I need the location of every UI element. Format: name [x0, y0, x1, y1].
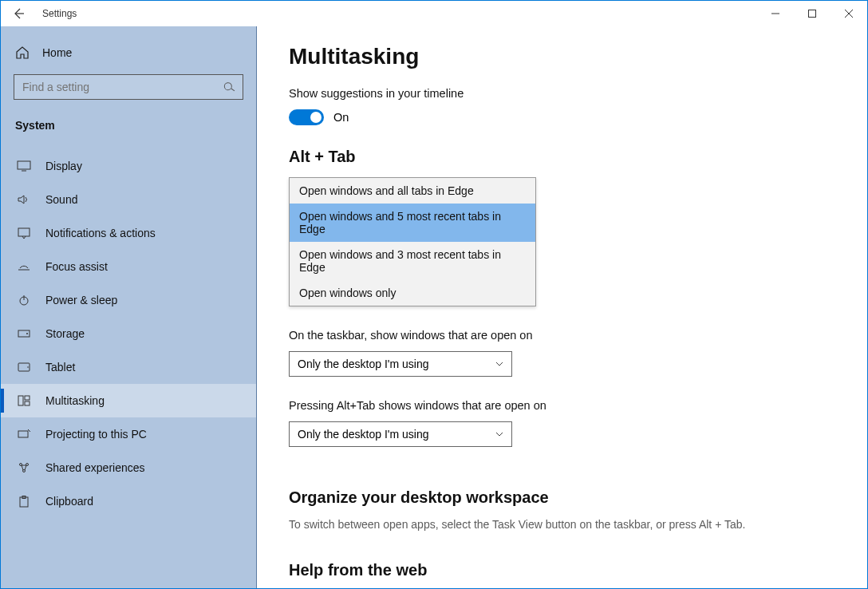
sidebar-item-multitasking[interactable]: Multitasking	[1, 384, 256, 417]
sidebar-item-focus-assist[interactable]: Focus assist	[1, 250, 256, 283]
main-panel: Multitasking Show suggestions in your ti…	[256, 26, 867, 588]
spacer	[289, 547, 835, 558]
maximize-button[interactable]	[794, 1, 831, 26]
alttab-windows-label: Pressing Alt+Tab shows windows that are …	[289, 399, 835, 412]
titlebar-left: Settings	[1, 7, 757, 20]
sidebar-item-label: Shared experiences	[45, 461, 145, 474]
sidebar-item-label: Projecting to this PC	[45, 428, 147, 441]
timeline-suggestions-label: Show suggestions in your timeline	[289, 87, 835, 100]
svg-rect-6	[18, 161, 30, 169]
projecting-icon	[17, 427, 31, 441]
search-input[interactable]	[22, 81, 223, 93]
select-value: Only the desktop I'm using	[298, 428, 429, 441]
sidebar-item-clipboard[interactable]: Clipboard	[1, 484, 256, 518]
home-icon	[15, 45, 30, 60]
sidebar-item-storage[interactable]: Storage	[1, 317, 256, 350]
window-title: Settings	[42, 8, 77, 19]
sidebar-item-tablet[interactable]: Tablet	[1, 350, 256, 384]
svg-rect-8	[18, 228, 30, 236]
alttab-windows-select[interactable]: Only the desktop I'm using	[289, 421, 512, 447]
category-label: System	[1, 114, 256, 149]
organize-description: To switch between open apps, select the …	[289, 518, 835, 531]
svg-point-13	[26, 333, 28, 334]
svg-line-5	[231, 88, 235, 91]
sidebar-item-label: Focus assist	[45, 260, 108, 273]
focus-assist-icon	[17, 259, 31, 274]
search-box[interactable]	[14, 74, 243, 100]
notifications-icon	[17, 226, 31, 240]
alt-tab-option[interactable]: Open windows and 3 most recent tabs in E…	[290, 242, 535, 280]
sidebar-item-display[interactable]: Display	[1, 149, 256, 183]
back-icon[interactable]	[12, 7, 25, 20]
taskbar-windows-select[interactable]: Only the desktop I'm using	[289, 351, 512, 377]
sidebar-item-power-sleep[interactable]: Power & sleep	[1, 283, 256, 317]
alt-tab-option[interactable]: Open windows only	[290, 280, 535, 306]
shared-experiences-icon	[17, 461, 31, 475]
sidebar-item-label: Notifications & actions	[45, 227, 156, 239]
chevron-down-icon	[495, 362, 503, 366]
select-value: Only the desktop I'm using	[298, 358, 429, 370]
minimize-button[interactable]	[757, 1, 794, 26]
alt-tab-heading: Alt + Tab	[289, 148, 835, 166]
alt-tab-option[interactable]: Open windows and all tabs in Edge	[290, 178, 535, 204]
clipboard-icon	[17, 494, 31, 508]
alt-tab-option-selected[interactable]: Open windows and 5 most recent tabs in E…	[290, 204, 535, 242]
sidebar-item-shared-experiences[interactable]: Shared experiences	[1, 451, 256, 484]
multitasking-icon	[17, 393, 31, 408]
svg-rect-1	[809, 10, 816, 18]
organize-heading: Organize your desktop workspace	[289, 488, 835, 507]
spacer	[289, 469, 835, 485]
sound-icon	[17, 192, 31, 207]
page-title: Multitasking	[289, 44, 835, 69]
sidebar-item-label: Tablet	[45, 361, 75, 374]
chevron-down-icon	[495, 432, 503, 437]
sidebar-item-label: Storage	[45, 327, 85, 340]
close-button[interactable]	[831, 1, 867, 26]
toggle-state-label: On	[333, 111, 349, 124]
help-heading: Help from the web	[289, 561, 835, 579]
storage-icon	[17, 326, 31, 341]
sidebar-item-label: Display	[45, 160, 82, 172]
power-icon	[17, 293, 31, 307]
home-row[interactable]: Home	[1, 45, 256, 74]
window-controls	[757, 1, 867, 26]
content-area: Home System Display Sound	[1, 26, 867, 588]
sidebar-item-sound[interactable]: Sound	[1, 183, 256, 216]
tablet-icon	[17, 360, 31, 374]
sidebar-item-label: Clipboard	[45, 495, 93, 508]
sidebar-item-label: Power & sleep	[45, 294, 117, 306]
sidebar-item-label: Multitasking	[45, 394, 105, 407]
home-label: Home	[42, 46, 72, 59]
sidebar-item-projecting[interactable]: Projecting to this PC	[1, 417, 256, 451]
sidebar-item-notifications[interactable]: Notifications & actions	[1, 216, 256, 250]
svg-rect-19	[18, 431, 28, 437]
timeline-toggle-row: On	[289, 109, 835, 125]
settings-window: Settings Home System	[0, 0, 868, 589]
svg-rect-18	[25, 401, 30, 405]
svg-rect-17	[25, 396, 30, 400]
alt-tab-dropdown[interactable]: Open windows and all tabs in Edge Open w…	[289, 177, 536, 306]
taskbar-windows-label: On the taskbar, show windows that are op…	[289, 329, 835, 342]
display-icon	[17, 159, 31, 173]
titlebar: Settings	[1, 1, 867, 26]
nav-list: Display Sound Notifications & actions Fo…	[1, 149, 256, 518]
svg-rect-16	[18, 396, 23, 405]
timeline-toggle[interactable]	[289, 109, 324, 125]
sidebar: Home System Display Sound	[1, 26, 256, 588]
sidebar-item-label: Sound	[45, 193, 77, 206]
search-icon	[223, 81, 235, 93]
svg-point-15	[27, 366, 29, 368]
svg-point-4	[224, 82, 232, 90]
